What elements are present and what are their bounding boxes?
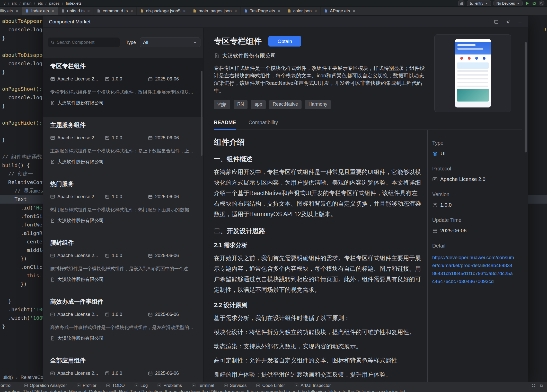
search-everywhere-icon[interactable]	[539, 1, 544, 6]
close-icon[interactable]: ×	[51, 9, 54, 13]
close-icon[interactable]: ×	[87, 9, 90, 13]
debug-icon[interactable]	[532, 1, 536, 5]
status-bar: ontrol Operation Analyzer Profiler TODO …	[0, 382, 547, 389]
component-name: 专区专栏组件	[50, 62, 197, 70]
detail-tab[interactable]: README	[214, 120, 236, 125]
status-bar-item[interactable]: Problems	[157, 383, 182, 388]
status-bar-item[interactable]: Profiler	[77, 383, 96, 388]
calendar-icon	[148, 77, 153, 81]
breadcrumb-item[interactable]: Index.ets	[66, 1, 82, 5]
close-icon[interactable]: ×	[234, 9, 237, 13]
close-icon[interactable]: ×	[278, 9, 280, 13]
editor-breadcrumb-item[interactable]: RelativeCo	[13, 375, 43, 380]
editor-tab[interactable]: TestPage.ets ×	[241, 7, 284, 15]
gear-icon[interactable]	[506, 20, 510, 24]
component-list-item[interactable]: 热门服务 Apache License 2... 1.0.0 2025-06-0…	[43, 176, 203, 234]
breadcrumb-item[interactable]: main	[23, 1, 35, 5]
editor-tab-label: ility.ets	[0, 8, 13, 14]
run-button[interactable]	[526, 2, 529, 5]
type-label: Type	[432, 140, 515, 146]
detail-link[interactable]: https://developer.huawei.com/consumer/cn…	[432, 253, 515, 285]
component-name: 主题服务组件	[50, 121, 197, 129]
dialog-scrollbar[interactable]	[525, 42, 527, 152]
component-list-item[interactable]: 高效办成一件事组件 Apache License 2... 1.0.0 2025…	[43, 293, 203, 352]
device-selector[interactable]: No Devices	[493, 1, 523, 6]
status-bar-item[interactable]: TODO	[106, 383, 125, 388]
license-icon	[50, 194, 55, 199]
readme-block: 基于需求分析，我们在设计组件时遵循了以下原则：	[214, 313, 422, 323]
breadcrumb-item[interactable]: y	[4, 1, 9, 5]
component-list-item[interactable]: 专区专栏组件 Apache License 2... 1.0.0 2025-06…	[43, 58, 203, 117]
component-license: Apache License 2...	[57, 194, 98, 199]
component-description: 热门服务样式组件是一个模块化样式组件；热门服务下面展示的数据...	[50, 207, 197, 212]
bell-icon[interactable]	[540, 384, 543, 387]
status-item-icon	[256, 384, 260, 387]
component-meta-row: Apache License 2... 1.0.0 2025-06-06	[50, 312, 197, 317]
close-icon[interactable]: ×	[130, 9, 133, 13]
component-version: 1.0.0	[112, 135, 122, 141]
status-bar-right	[532, 384, 543, 387]
detail-tab[interactable]: Compatibility	[249, 120, 278, 125]
status-bar-item-partial[interactable]: ontrol	[1, 383, 12, 388]
status-bar-item[interactable]: Log	[135, 383, 148, 388]
type-filter-label: Type	[126, 40, 136, 45]
list-scrollbar[interactable]	[201, 71, 202, 156]
editor-tab[interactable]: ility.ets ×	[0, 7, 22, 15]
calendar-icon	[148, 371, 153, 376]
editor-tab[interactable]: APage.ets ×	[321, 7, 359, 15]
status-bar-item[interactable]: ArkUI Inspector	[295, 383, 331, 388]
search-icon	[51, 40, 55, 45]
component-date: 2025-06-06	[155, 253, 179, 258]
component-list-item[interactable]: 腰封组件 Apache License 2... 1.0.0 2025-06-0…	[43, 234, 203, 293]
readme-block: 模块化设计：将组件拆分为独立的功能模块，提高组件的可维护性和复用性。	[214, 327, 422, 338]
type-filter-select[interactable]: All	[140, 38, 200, 47]
search-input[interactable]	[57, 40, 117, 45]
tag-badge: RN	[234, 100, 248, 109]
status-bar-item[interactable]: Terminal	[192, 383, 214, 388]
obtain-button[interactable]: Obtain	[268, 36, 301, 47]
close-icon[interactable]: ×	[353, 9, 356, 13]
status-bar-item[interactable]: Services	[224, 383, 246, 388]
breadcrumb-item[interactable]: pages	[49, 1, 63, 5]
file-icon	[140, 9, 144, 13]
protocol-value: Apache License 2.0	[440, 176, 486, 182]
editor-breadcrumb-item[interactable]: uild()	[3, 375, 13, 380]
component-list-item[interactable]: 主题服务组件 Apache License 2... 1.0.0 2025-06…	[43, 117, 203, 176]
run-configuration-selector[interactable]: entry	[467, 1, 491, 6]
ide-toolbar: entry No Devices	[458, 1, 544, 6]
component-version: 1.0.0	[112, 194, 122, 199]
editor-tab[interactable]: units.d.ts ×	[58, 7, 94, 15]
breadcrumb-item[interactable]: ets	[38, 1, 47, 5]
close-icon[interactable]: ×	[16, 9, 19, 13]
version-icon	[105, 312, 110, 317]
minimize-icon[interactable]	[518, 20, 522, 24]
editor-tab[interactable]: main_pages.json ×	[189, 7, 241, 15]
close-icon[interactable]: ×	[314, 9, 317, 13]
device-label: No Devices	[496, 1, 515, 5]
status-bar-item[interactable]: Code Linter	[256, 383, 285, 388]
preview-image	[455, 39, 491, 107]
editor-tab[interactable]: common.d.ts ×	[93, 7, 137, 15]
editor-tab[interactable]: oh-package.json5 ×	[137, 7, 189, 15]
chevron-down-icon	[517, 2, 520, 5]
file-icon	[97, 9, 101, 13]
company-icon	[50, 159, 55, 164]
preview-footer-block	[455, 102, 491, 107]
breadcrumb-item[interactable]: src	[12, 1, 21, 5]
editor-tab[interactable]: Index.ets ×	[22, 7, 58, 15]
readme-block: 二、开发设计思路	[214, 227, 422, 235]
readme-block: 一、组件概述	[214, 155, 422, 163]
editor-tab-label: common.d.ts	[103, 8, 128, 14]
close-icon[interactable]: ×	[183, 9, 186, 13]
editor-tab[interactable]: color.json ×	[284, 7, 321, 15]
status-item-icon	[24, 384, 28, 387]
notifications-icon[interactable]	[458, 1, 464, 6]
readme-block: 动态渲染：支持从外部传入数据，实现内容的动态展示。	[214, 341, 422, 352]
status-item-icon	[135, 384, 138, 387]
component-list-item[interactable]: 全部应用组件 Apache License 2... 1.0.0 2025-06…	[43, 352, 203, 382]
status-bar-item[interactable]: Operation Analyzer	[24, 383, 67, 388]
status-item-icon	[106, 384, 110, 387]
sync-icon[interactable]	[532, 384, 535, 387]
file-icon	[193, 9, 197, 13]
layout-icon[interactable]	[494, 20, 499, 24]
